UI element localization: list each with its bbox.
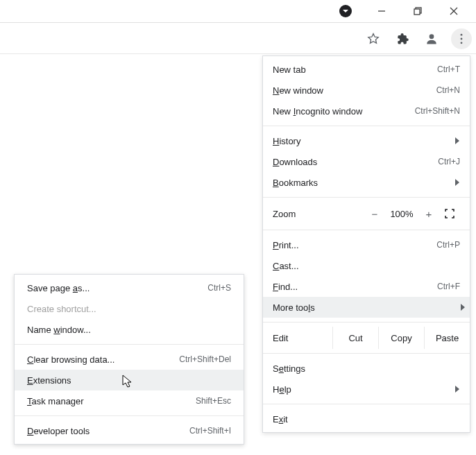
- menu-zoom-row: Zoom − 100% +: [263, 202, 470, 225]
- menu-item-label: History: [273, 136, 449, 146]
- menu-print[interactable]: Print... Ctrl+P: [263, 234, 470, 255]
- submenu-name-window[interactable]: Name window...: [15, 319, 244, 340]
- menu-item-label: More tools: [273, 302, 460, 313]
- menu-item-label: Print...: [273, 240, 436, 250]
- menu-item-label: New Incognito window: [273, 106, 415, 117]
- menu-item-label: Downloads: [273, 157, 438, 167]
- browser-toolbar: [0, 22, 476, 54]
- edit-paste-button[interactable]: Paste: [424, 327, 470, 349]
- submenu-arrow-icon: [454, 384, 460, 395]
- menu-item-shortcut: Shift+Esc: [196, 396, 231, 406]
- menu-item-shortcut: Ctrl+P: [436, 240, 460, 250]
- zoom-label: Zoom: [273, 209, 364, 219]
- extensions-puzzle-icon[interactable]: [393, 29, 412, 49]
- menu-item-shortcut: Ctrl+Shift+I: [189, 426, 231, 436]
- menu-item-shortcut: Ctrl+Shift+Del: [179, 354, 231, 364]
- menu-item-shortcut: Ctrl+N: [436, 85, 460, 95]
- edit-copy-button[interactable]: Copy: [378, 327, 424, 349]
- zoom-value: 100%: [385, 209, 418, 219]
- menu-item-shortcut: Ctrl+S: [207, 283, 231, 293]
- submenu-arrow-icon: [454, 136, 460, 146]
- svg-point-6: [461, 34, 463, 36]
- submenu-developer-tools[interactable]: Developer tools Ctrl+Shift+I: [15, 420, 244, 441]
- chrome-main-menu: New tab Ctrl+T New window Ctrl+N New Inc…: [262, 55, 470, 433]
- menu-item-label: Extensions: [27, 375, 231, 386]
- submenu-save-page[interactable]: Save page as... Ctrl+S: [15, 277, 244, 298]
- menu-item-shortcut: Ctrl+J: [438, 157, 460, 166]
- menu-exit[interactable]: Exit: [263, 409, 470, 429]
- menu-separator: [263, 404, 470, 404]
- menu-item-shortcut: Ctrl+Shift+N: [415, 106, 460, 116]
- restore-button[interactable]: [408, 1, 427, 21]
- menu-new-incognito[interactable]: New Incognito window Ctrl+Shift+N: [263, 101, 470, 121]
- edit-label: Edit: [263, 333, 332, 343]
- menu-separator: [15, 344, 244, 345]
- edit-cut-button[interactable]: Cut: [332, 327, 378, 349]
- menu-downloads[interactable]: Downloads Ctrl+J: [263, 151, 470, 172]
- menu-item-label: Help: [273, 384, 449, 395]
- menu-separator: [263, 126, 470, 126]
- menu-item-label: New window: [273, 85, 436, 96]
- menu-settings[interactable]: Settings: [263, 358, 470, 379]
- submenu-arrow-icon: [454, 178, 460, 188]
- menu-item-shortcut: Ctrl+F: [437, 282, 460, 291]
- svg-point-5: [430, 34, 434, 39]
- fullscreen-button[interactable]: [439, 205, 460, 223]
- submenu-extensions[interactable]: Extensions: [15, 370, 244, 390]
- menu-separator: [263, 353, 470, 354]
- menu-item-label: Name window...: [27, 325, 231, 335]
- chrome-menu-button[interactable]: [451, 28, 472, 49]
- menu-separator: [263, 197, 470, 198]
- menu-find[interactable]: Find... Ctrl+F: [263, 276, 470, 297]
- title-dropdown-icon[interactable]: [336, 1, 355, 21]
- menu-item-label: Settings: [273, 363, 460, 374]
- menu-item-label: Task manager: [27, 396, 196, 406]
- submenu-arrow-icon: [460, 302, 466, 313]
- menu-item-shortcut: Ctrl+T: [437, 65, 460, 74]
- bookmark-star-icon[interactable]: [364, 29, 383, 49]
- zoom-out-button[interactable]: −: [364, 205, 385, 223]
- menu-separator: [15, 415, 244, 416]
- menu-item-label: New tab: [273, 65, 437, 75]
- menu-item-label: Exit: [273, 414, 460, 424]
- svg-point-8: [461, 42, 463, 44]
- svg-rect-2: [414, 9, 420, 15]
- menu-item-label: Bookmarks: [273, 178, 449, 188]
- close-button[interactable]: [444, 1, 464, 21]
- more-tools-submenu: Save page as... Ctrl+S Create shortcut..…: [14, 274, 244, 445]
- menu-edit-row: Edit Cut Copy Paste: [263, 327, 470, 349]
- menu-separator: [263, 230, 470, 230]
- menu-cast[interactable]: Cast...: [263, 255, 470, 276]
- menu-new-tab[interactable]: New tab Ctrl+T: [263, 59, 470, 80]
- menu-bookmarks[interactable]: Bookmarks: [263, 172, 470, 193]
- menu-item-label: Developer tools: [27, 426, 189, 436]
- menu-item-label: Clear browsing data...: [27, 354, 179, 365]
- submenu-clear-browsing-data[interactable]: Clear browsing data... Ctrl+Shift+Del: [15, 349, 244, 370]
- zoom-in-button[interactable]: +: [418, 205, 439, 223]
- menu-help[interactable]: Help: [263, 379, 470, 400]
- menu-history[interactable]: History: [263, 130, 470, 151]
- submenu-create-shortcut: Create shortcut...: [15, 298, 244, 319]
- svg-point-7: [461, 38, 463, 40]
- menu-new-window[interactable]: New window Ctrl+N: [263, 80, 470, 101]
- menu-item-label: Create shortcut...: [27, 304, 231, 314]
- submenu-task-manager[interactable]: Task manager Shift+Esc: [15, 390, 244, 411]
- menu-item-label: Cast...: [273, 261, 460, 271]
- menu-item-label: Save page as...: [27, 283, 207, 293]
- profile-avatar-icon[interactable]: [422, 29, 441, 49]
- menu-more-tools[interactable]: More tools: [263, 297, 470, 318]
- menu-item-label: Find...: [273, 282, 437, 292]
- menu-separator: [263, 322, 470, 323]
- minimize-button[interactable]: [372, 1, 391, 21]
